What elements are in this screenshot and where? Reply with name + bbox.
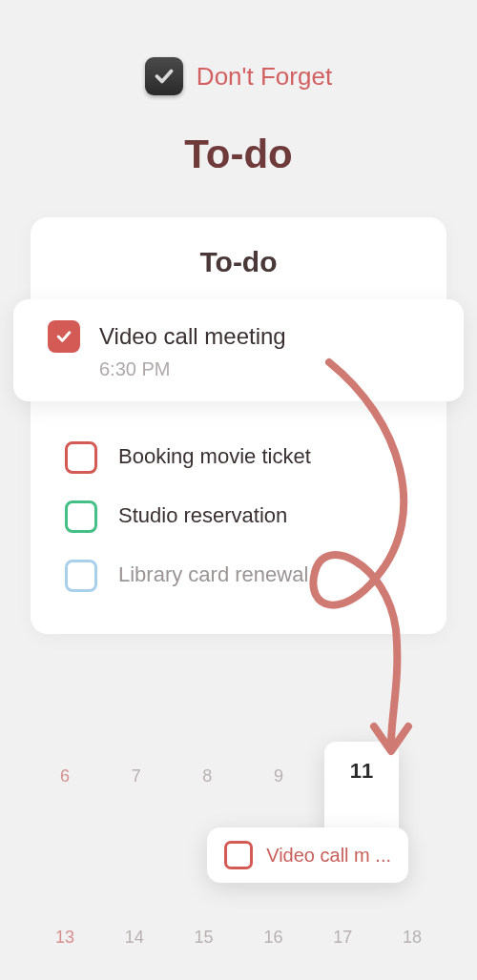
task-content: Video call meeting 6:30 PM (99, 320, 286, 380)
calendar-day[interactable]: 17 (316, 922, 369, 953)
day-popup-number: 11 (324, 759, 399, 784)
card-title: To-do (31, 246, 446, 278)
calendar-strip: 6 7 8 9 11 Video call m ... 13 14 15 16 … (0, 753, 477, 980)
calendar-day[interactable]: 9 (252, 761, 305, 792)
calendar-day[interactable]: 8 (180, 761, 234, 792)
task-time: 6:30 PM (99, 358, 286, 380)
todo-card: To-do Video call meeting 6:30 PM Booking… (31, 217, 446, 634)
app-header: Don't Forget (0, 0, 477, 95)
task-label: Booking movie ticket (118, 442, 311, 472)
calendar-day[interactable]: 7 (110, 761, 163, 792)
event-label: Video call m ... (266, 845, 391, 867)
calendar-day[interactable]: 13 (38, 922, 92, 953)
app-icon (145, 57, 183, 95)
calendar-day[interactable]: 6 (38, 761, 92, 792)
calendar-row: 13 14 15 16 17 18 (38, 914, 439, 961)
task-label: Studio reservation (118, 501, 287, 531)
calendar-day[interactable]: 18 (385, 922, 439, 953)
highlighted-task-row[interactable]: Video call meeting 6:30 PM (13, 299, 464, 401)
app-name: Don't Forget (197, 62, 332, 92)
task-label: Video call meeting (99, 320, 286, 353)
checkmark-icon (54, 327, 73, 346)
calendar-day[interactable]: 14 (108, 922, 161, 953)
task-checkbox[interactable] (65, 441, 97, 474)
task-row[interactable]: Library card renewal (65, 546, 412, 605)
task-row[interactable]: Booking movie ticket (65, 428, 412, 487)
checkmark-icon (152, 64, 176, 89)
event-popup[interactable]: Video call m ... (207, 827, 408, 883)
task-label: Library card renewal (118, 561, 308, 590)
calendar-day[interactable]: 16 (246, 922, 300, 953)
page-title: To-do (0, 132, 477, 177)
event-checkbox[interactable] (224, 841, 253, 869)
task-checkbox[interactable] (65, 500, 97, 533)
task-list: Booking movie ticket Studio reservation … (31, 401, 446, 605)
calendar-day[interactable]: 15 (177, 922, 231, 953)
task-checkbox[interactable] (65, 560, 97, 592)
task-checkbox-checked[interactable] (48, 320, 80, 353)
task-row[interactable]: Studio reservation (65, 487, 412, 546)
day-popup[interactable]: 11 (324, 742, 399, 839)
